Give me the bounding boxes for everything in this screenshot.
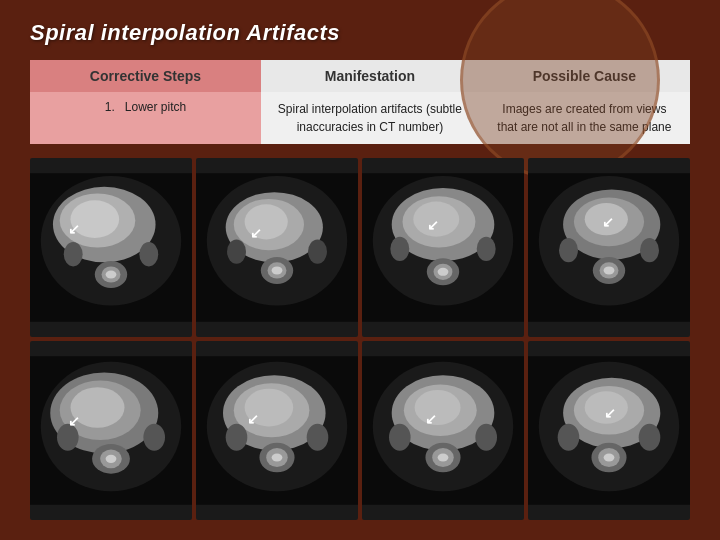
svg-text:↙: ↙: [602, 215, 614, 230]
svg-point-74: [389, 424, 411, 451]
svg-point-70: [415, 390, 461, 425]
svg-text:↙: ↙: [250, 226, 262, 241]
svg-text:↙: ↙: [68, 222, 80, 237]
svg-point-30: [390, 237, 409, 261]
svg-point-9: [139, 242, 158, 266]
svg-point-18: [272, 266, 283, 274]
cell-corrective-step: 1. Lower pitch: [30, 92, 261, 144]
ct-image-1-4: ↙: [528, 158, 690, 337]
cell-manifestation: Spiral interpolation artifacts (subtle i…: [261, 92, 479, 144]
svg-point-85: [558, 424, 580, 451]
ct-images-row-2: ↙ ↙: [30, 341, 690, 520]
svg-point-20: [308, 239, 327, 263]
svg-point-62: [272, 453, 283, 461]
table-row: 1. Lower pitch Spiral interpolation arti…: [30, 92, 690, 144]
ct-image-2-1: ↙: [30, 341, 192, 520]
ct-image-1-2: ↙: [196, 158, 358, 337]
ct-image-1-1: ↙: [30, 158, 192, 337]
svg-point-42: [640, 238, 659, 262]
content-table: Corrective Steps Manifestation Possible …: [30, 60, 690, 144]
svg-text:↙: ↙: [604, 406, 616, 421]
slide-container: Spiral interpolation Artifacts Correctiv…: [0, 0, 720, 540]
ct-images-section: ↙ ↙: [30, 158, 690, 520]
header-manifestation: Manifestation: [261, 60, 479, 92]
svg-text:↙: ↙: [427, 218, 439, 233]
svg-point-86: [639, 424, 661, 451]
svg-point-64: [307, 424, 329, 451]
slide-title: Spiral interpolation Artifacts: [30, 20, 690, 46]
svg-point-53: [143, 424, 165, 451]
svg-point-40: [604, 266, 615, 274]
svg-point-75: [475, 424, 497, 451]
step-label: Lower pitch: [125, 100, 186, 114]
svg-point-84: [604, 453, 615, 461]
svg-point-19: [227, 239, 246, 263]
svg-point-73: [438, 453, 449, 461]
svg-text:↙: ↙: [425, 412, 437, 427]
ct-image-2-2: ↙: [196, 341, 358, 520]
step-number: 1.: [105, 100, 115, 114]
svg-text:↙: ↙: [68, 414, 80, 429]
ct-image-2-4: ↙: [528, 341, 690, 520]
header-cause: Possible Cause: [479, 60, 690, 92]
svg-point-8: [64, 242, 83, 266]
svg-point-51: [106, 455, 117, 463]
svg-text:↙: ↙: [247, 412, 259, 427]
ct-images-row-1: ↙ ↙: [30, 158, 690, 337]
ct-image-1-3: ↙: [362, 158, 524, 337]
svg-point-63: [226, 424, 248, 451]
cell-cause: Images are created from views that are n…: [479, 92, 690, 144]
svg-point-7: [106, 270, 117, 278]
svg-point-41: [559, 238, 578, 262]
header-corrective: Corrective Steps: [30, 60, 261, 92]
svg-point-29: [438, 268, 449, 276]
svg-point-31: [477, 237, 496, 261]
ct-image-2-3: ↙: [362, 341, 524, 520]
